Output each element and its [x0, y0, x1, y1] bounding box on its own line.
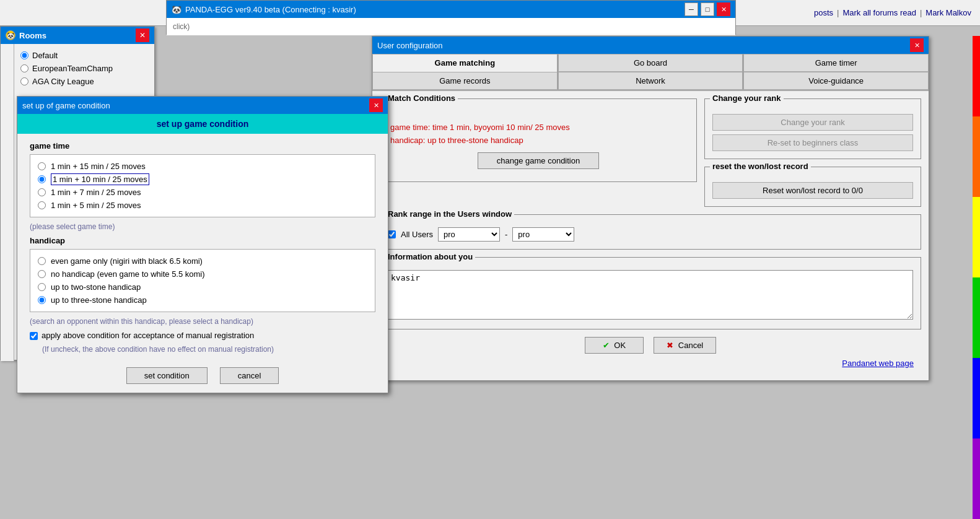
change-your-rank-button[interactable]: Change your rank	[712, 114, 913, 131]
time-option-0[interactable]: 1 min + 15 min / 25 moves	[38, 160, 367, 173]
panda-icon: 🐼	[172, 5, 182, 14]
mark-malkov-link[interactable]: Mark Malkov	[925, 8, 971, 17]
config-right-col: Change your rank Change your rank Re-set…	[704, 98, 921, 214]
rooms-titlebar: 🐼 Rooms ✕	[1, 27, 154, 44]
rooms-close-button[interactable]: ✕	[136, 28, 149, 42]
panda-subtitle: click)	[173, 22, 190, 31]
dialog-header: set up game condition	[17, 114, 388, 134]
time-label-3: 1 min + 5 min / 25 moves	[51, 201, 141, 210]
game-condition-dialog: set up of game condition ✕ set up game c…	[17, 96, 388, 393]
dialog-body: game time 1 min + 15 min / 25 moves 1 mi…	[17, 134, 388, 361]
ok-label: OK	[614, 341, 626, 350]
apply-condition-label: apply above condition for acceptance of …	[42, 331, 254, 340]
time-option-2[interactable]: 1 min + 7 min / 25 moves	[38, 186, 367, 199]
handicap-option-1[interactable]: no handicap (even game to white 5.5 komi…	[38, 268, 367, 281]
rank-range-group: Rank range in the Users window All Users…	[380, 214, 921, 250]
tab-game-records[interactable]: Game records	[372, 72, 558, 90]
handicap-label-2: up to two-stone handicap	[51, 282, 141, 292]
posts-link[interactable]: posts	[814, 8, 833, 17]
dialog-header-text: set up game condition	[157, 119, 249, 129]
config-two-col: Match Conditions game time: time 1 min, …	[380, 98, 921, 214]
change-game-condition-button[interactable]: change game condition	[478, 152, 599, 169]
all-users-label: All Users	[401, 230, 433, 239]
color-purple	[973, 438, 980, 519]
dialog-cancel-button[interactable]: cancel	[220, 367, 279, 384]
color-strip	[973, 36, 980, 519]
set-condition-button[interactable]: set condition	[126, 367, 208, 384]
room-item-european[interactable]: EuropeanTeamChamp	[19, 62, 149, 75]
panda-maximize-button[interactable]: □	[701, 2, 714, 16]
panda-content: click)	[167, 18, 735, 35]
game-time-options: 1 min + 15 min / 25 moves 1 min + 10 min…	[30, 154, 375, 217]
color-orange	[973, 116, 980, 197]
pandanet-web-link[interactable]: Pandanet web page	[842, 359, 914, 368]
config-title: User configuration	[377, 41, 443, 50]
time-label-1: 1 min + 10 min / 25 moves	[51, 175, 149, 184]
footer-buttons: ✔ OK ✖ Cancel	[380, 337, 921, 354]
rank-range-label: Rank range in the Users window	[385, 209, 514, 219]
rank-range-row: All Users pro - pro	[388, 227, 913, 242]
apply-condition-checkbox[interactable]	[30, 332, 38, 340]
mark-forums-read-link[interactable]: Mark all forums read	[842, 8, 916, 17]
color-green	[973, 277, 980, 358]
tab-game-matching[interactable]: Game matching	[372, 54, 558, 72]
config-close-button[interactable]: ✕	[910, 38, 924, 52]
game-time-label: game time	[30, 141, 375, 150]
ok-icon: ✔	[603, 341, 610, 350]
handicap-option-3[interactable]: up to three-stone handicap	[38, 294, 367, 307]
user-config-window: User configuration ✕ Game matching Go bo…	[372, 36, 929, 381]
config-tabs-row2: Game records Network Voice-guidance	[372, 72, 929, 91]
tab-network[interactable]: Network	[558, 72, 743, 90]
rooms-icon: 🐼	[6, 30, 15, 40]
cancel-button[interactable]: ✖ Cancel	[654, 337, 716, 354]
time-label-0: 1 min + 15 min / 25 moves	[51, 162, 146, 171]
room-label-default: Default	[32, 51, 58, 60]
time-option-1[interactable]: 1 min + 10 min / 25 moves	[38, 173, 367, 186]
reset-to-beginners-button[interactable]: Re-set to beginners class	[712, 134, 913, 151]
tab-game-timer[interactable]: Game timer	[743, 54, 929, 72]
handicap-label-3: up to three-stone handicap	[51, 295, 147, 305]
color-yellow	[973, 197, 980, 277]
time-option-3[interactable]: 1 min + 5 min / 25 moves	[38, 199, 367, 212]
pandanet-link-container: Pandanet web page	[380, 359, 921, 368]
rank-range-separator: -	[505, 230, 507, 239]
cancel-label: Cancel	[678, 341, 703, 350]
ok-button[interactable]: ✔ OK	[585, 337, 644, 354]
all-users-checkbox[interactable]	[388, 230, 396, 238]
dialog-titlebar: set up of game condition ✕	[17, 97, 388, 114]
color-blue	[973, 358, 980, 438]
handicap-option-2[interactable]: up to two-stone handicap	[38, 281, 367, 294]
handicap-label: handicap	[30, 236, 375, 245]
config-body: Match Conditions game time: time 1 min, …	[372, 91, 929, 380]
panda-window: 🐼 PANDA-EGG ver9.40 beta (Connecting : k…	[166, 0, 736, 35]
handicap-label-1: no handicap (even game to white 5.5 komi…	[51, 269, 205, 279]
match-info-line1: game time: time 1 min, byoyomi 10 min/ 2…	[390, 123, 570, 132]
room-item-default[interactable]: Default	[19, 49, 149, 62]
tab-go-board[interactable]: Go board	[558, 54, 743, 72]
dialog-title: set up of game condition	[22, 101, 110, 110]
rooms-title: Rooms	[19, 31, 46, 40]
config-left-col: Match Conditions game time: time 1 min, …	[380, 98, 697, 214]
change-rank-label: Change your rank	[710, 94, 784, 103]
time-hint: (please select game time)	[30, 222, 375, 231]
apply-condition-row: apply above condition for acceptance of …	[30, 331, 375, 340]
info-about-label: Information about you	[385, 252, 475, 261]
rank-to-select[interactable]: pro	[512, 227, 574, 242]
match-conditions-label: Match Conditions	[385, 94, 458, 103]
reset-record-group: reset the won/lost record Reset won/lost…	[704, 167, 921, 207]
reset-won-lost-button[interactable]: Reset won/lost record to 0/0	[712, 182, 913, 199]
panda-minimize-button[interactable]: ─	[685, 2, 698, 16]
match-info-text: game time: time 1 min, byoyomi 10 min/ 2…	[390, 121, 689, 147]
room-item-aga[interactable]: AGA City League	[19, 75, 149, 88]
panda-title: PANDA-EGG ver9.40 beta (Connecting : kva…	[185, 5, 356, 14]
info-about-input[interactable]: kvasir	[388, 270, 913, 320]
panda-close-button[interactable]: ✕	[717, 2, 730, 16]
info-about-group: Information about you kvasir	[380, 257, 921, 329]
dialog-close-button[interactable]: ✕	[369, 98, 383, 112]
reset-record-label: reset the won/lost record	[710, 162, 811, 171]
handicap-option-0[interactable]: even game only (nigiri with black 6.5 ko…	[38, 255, 367, 268]
tab-voice-guidance[interactable]: Voice-guidance	[743, 72, 929, 90]
rank-from-select[interactable]: pro	[438, 227, 500, 242]
config-titlebar: User configuration ✕	[372, 37, 929, 54]
dialog-footer: set condition cancel	[17, 361, 388, 393]
